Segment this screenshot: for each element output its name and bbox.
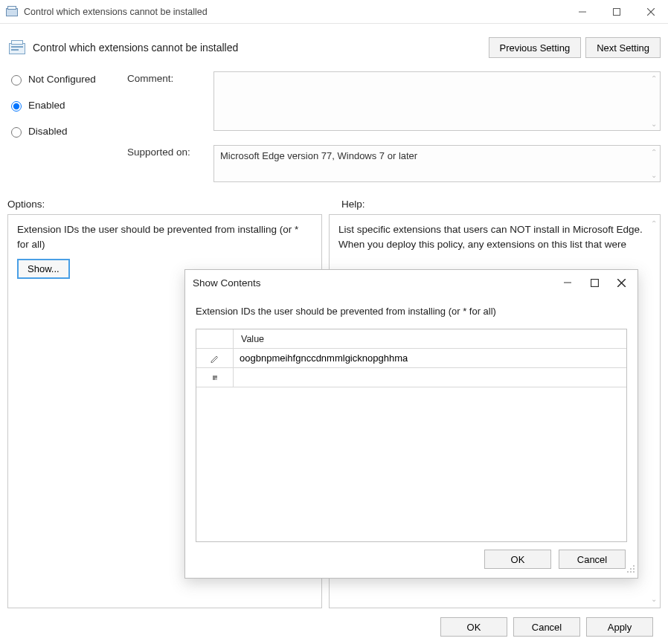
group-policy-editor-window: Control which extensions cannot be insta… [0,0,668,644]
chevron-up-icon: ⌃ [651,219,657,228]
cancel-button[interactable]: Cancel [513,617,580,637]
setting-title-text: Control which extensions cannot be insta… [33,42,238,54]
options-label: Options: [7,199,322,210]
svg-rect-3 [614,8,620,15]
radio-enabled[interactable]: Enabled [7,99,123,112]
previous-setting-button[interactable]: Previous Setting [489,37,582,58]
help-text: List specific extensions that users can … [338,222,651,251]
ok-button[interactable]: OK [440,617,507,637]
supported-on-label: Supported on: [127,145,209,158]
help-label: Help: [341,199,656,210]
setting-icon [9,39,25,56]
chevron-down-icon: ⌄ [651,595,657,603]
dialog-titlebar: Show Contents [185,270,638,295]
dialog-minimize-button[interactable] [554,272,581,293]
window-titlebar: Control which extensions cannot be insta… [0,0,668,24]
supported-on-box: Microsoft Edge version 77, Windows 7 or … [213,145,661,182]
value-input[interactable] [238,349,622,367]
setting-title: Control which extensions cannot be insta… [7,39,238,56]
svg-marker-15 [215,378,217,380]
svg-rect-8 [11,46,23,48]
dialog-ok-button[interactable]: OK [484,550,551,569]
dialog-maximize-button[interactable] [581,272,608,293]
svg-rect-11 [591,279,598,286]
apply-button[interactable]: Apply [586,617,653,637]
show-button[interactable]: Show... [17,259,70,279]
window-close-button[interactable] [634,0,668,24]
dialog-close-button[interactable] [608,272,635,293]
radio-enabled-label: Enabled [28,100,65,111]
edit-row-icon [196,349,234,367]
grid-empty-area [196,387,626,541]
chevron-up-icon: ⌃ [651,148,657,156]
window-title: Control which extensions cannot be insta… [24,7,565,17]
grid-header: Value [196,329,626,349]
show-contents-dialog: Show Contents Extension IDs the user sho… [184,269,638,579]
dialog-title: Show Contents [193,277,554,289]
policy-icon [6,6,18,18]
window-maximize-button[interactable] [600,0,634,24]
radio-not-configured[interactable]: Not Configured [7,73,123,86]
radio-disabled[interactable]: Disabled [7,125,123,138]
svg-rect-7 [12,41,23,45]
comment-input[interactable]: ⌃⌄ [213,71,661,131]
svg-rect-6 [10,44,25,54]
grid-header-marker [196,329,234,348]
dialog-cancel-button[interactable]: Cancel [559,550,626,569]
chevron-down-icon: ⌄ [651,171,657,179]
comment-label: Comment: [127,71,209,84]
chevron-up-icon: ⌃ [651,74,657,83]
svg-rect-9 [11,49,19,51]
value-input-new[interactable] [238,368,622,387]
grid-row-new[interactable] [196,368,626,387]
options-text: Extension IDs the user should be prevent… [17,222,312,251]
values-grid[interactable]: Value [196,329,627,542]
dialog-label: Extension IDs the user should be prevent… [196,306,627,317]
window-minimize-button[interactable] [565,0,600,24]
radio-not-configured-label: Not Configured [28,74,96,85]
column-header-value: Value [234,329,626,348]
svg-rect-1 [8,6,16,9]
chevron-down-icon: ⌄ [651,120,657,128]
supported-on-text: Microsoft Edge version 77, Windows 7 or … [220,150,417,161]
next-setting-button[interactable]: Next Setting [585,37,661,58]
radio-disabled-label: Disabled [28,126,68,137]
new-row-icon [196,368,234,387]
grid-row-edit[interactable] [196,349,626,368]
